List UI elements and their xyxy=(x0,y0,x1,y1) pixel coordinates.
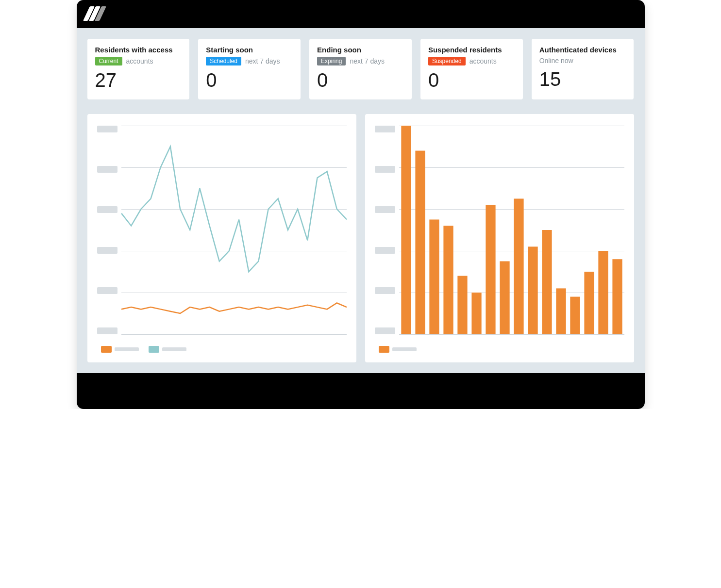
legend xyxy=(97,346,347,353)
svg-rect-10 xyxy=(542,230,552,334)
stat-sub: Online now xyxy=(539,57,626,65)
svg-rect-11 xyxy=(556,288,566,334)
stat-sub-text: next 7 days xyxy=(245,57,280,65)
y-axis xyxy=(97,126,121,334)
legend-swatch xyxy=(101,346,112,353)
legend-swatch xyxy=(149,346,159,353)
line-chart-area xyxy=(97,126,347,334)
stat-card-residents[interactable]: Residents with access Current accounts 2… xyxy=(87,39,190,99)
y-tick xyxy=(97,206,117,213)
svg-rect-2 xyxy=(429,220,439,335)
stat-value: 27 xyxy=(95,69,182,91)
app-footer xyxy=(77,373,645,409)
y-tick xyxy=(375,247,395,254)
app-logo-icon xyxy=(84,4,103,24)
y-tick xyxy=(97,287,117,294)
stat-sub-text: Online now xyxy=(539,57,573,65)
app-body: Residents with access Current accounts 2… xyxy=(77,28,645,373)
stats-row: Residents with access Current accounts 2… xyxy=(87,39,634,99)
bar-plot xyxy=(399,126,624,334)
svg-rect-4 xyxy=(457,276,467,334)
y-tick xyxy=(375,327,395,334)
charts-row xyxy=(87,114,634,362)
stat-card-ending[interactable]: Ending soon Expiring next 7 days 0 xyxy=(309,39,412,99)
stat-card-devices[interactable]: Authenticated devices Online now 15 xyxy=(532,39,634,99)
bar-chart-card xyxy=(365,114,634,362)
legend-label xyxy=(392,347,417,351)
stat-value: 0 xyxy=(428,69,515,91)
legend-item xyxy=(149,346,186,353)
line-chart-card xyxy=(87,114,356,362)
legend-label xyxy=(162,347,186,351)
legend-item xyxy=(101,346,139,353)
stat-sub: Scheduled next 7 days xyxy=(206,57,293,65)
svg-rect-14 xyxy=(598,251,608,334)
app-header xyxy=(77,0,645,28)
svg-rect-9 xyxy=(528,246,537,334)
y-tick xyxy=(97,126,117,132)
svg-rect-12 xyxy=(570,297,580,334)
stat-card-suspended[interactable]: Suspended residents Suspended accounts 0 xyxy=(420,39,523,99)
y-tick xyxy=(375,287,395,294)
stat-title: Suspended residents xyxy=(428,46,515,54)
stat-card-starting[interactable]: Starting soon Scheduled next 7 days 0 xyxy=(198,39,301,99)
y-tick xyxy=(97,327,117,334)
y-tick xyxy=(375,206,395,213)
stat-title: Authenticated devices xyxy=(539,46,626,54)
y-axis xyxy=(375,126,399,334)
status-badge: Current xyxy=(95,57,122,65)
svg-rect-8 xyxy=(514,199,523,335)
stat-sub-text: accounts xyxy=(469,57,497,65)
line-plot xyxy=(121,126,347,334)
y-tick xyxy=(97,247,117,254)
status-badge: Expiring xyxy=(317,57,346,65)
svg-rect-7 xyxy=(500,261,509,335)
stat-value: 0 xyxy=(317,69,404,91)
stat-sub: Expiring next 7 days xyxy=(317,57,404,65)
status-badge: Suspended xyxy=(428,57,466,65)
stat-title: Residents with access xyxy=(95,46,182,54)
svg-rect-1 xyxy=(415,151,425,334)
svg-rect-5 xyxy=(471,293,481,334)
stat-value: 0 xyxy=(206,69,293,91)
stat-title: Ending soon xyxy=(317,46,404,54)
stat-sub-text: next 7 days xyxy=(350,57,385,65)
svg-rect-13 xyxy=(584,272,594,334)
svg-rect-3 xyxy=(443,226,453,334)
legend-swatch xyxy=(379,346,389,353)
svg-rect-0 xyxy=(401,126,411,334)
legend-item xyxy=(379,346,417,353)
y-tick xyxy=(375,126,395,132)
stat-sub: Current accounts xyxy=(95,57,182,65)
svg-rect-6 xyxy=(486,205,495,334)
legend-label xyxy=(115,347,139,351)
svg-rect-15 xyxy=(612,259,622,334)
stat-sub: Suspended accounts xyxy=(428,57,515,65)
stat-sub-text: accounts xyxy=(126,57,153,65)
bar-chart-area xyxy=(375,126,624,334)
stat-value: 15 xyxy=(539,68,626,90)
legend xyxy=(375,346,624,353)
y-tick xyxy=(97,166,117,173)
app-frame: Residents with access Current accounts 2… xyxy=(77,0,645,409)
stat-title: Starting soon xyxy=(206,46,293,54)
y-tick xyxy=(375,166,395,173)
status-badge: Scheduled xyxy=(206,57,241,65)
